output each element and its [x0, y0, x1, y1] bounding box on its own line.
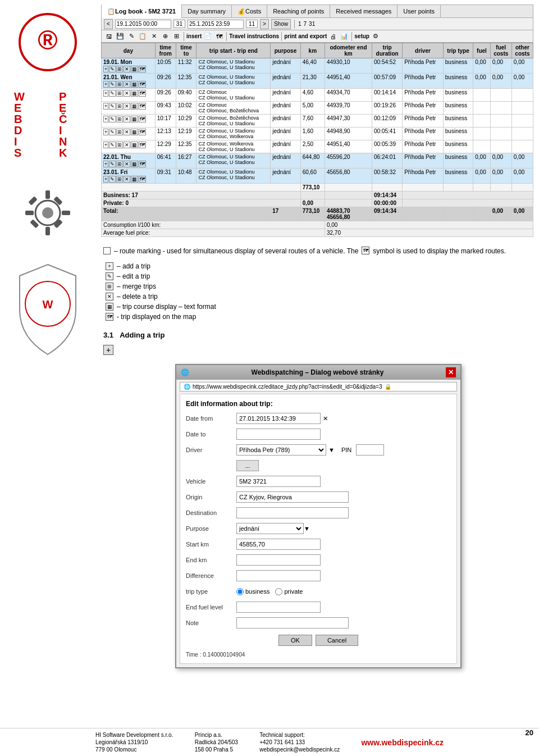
- destination-label: Destination: [186, 509, 236, 516]
- add-trip-button[interactable]: +: [103, 345, 113, 355]
- total-label: Total:: [102, 207, 271, 221]
- tab-day-summary[interactable]: Day summary: [182, 4, 232, 18]
- start-km-field[interactable]: [236, 539, 321, 550]
- trip-type-row: trip type business private: [186, 585, 451, 598]
- col-time-from: timefrom: [155, 43, 176, 58]
- date-to-input[interactable]: [188, 20, 244, 29]
- destination-field[interactable]: [236, 507, 349, 518]
- svg-text:W: W: [43, 298, 53, 311]
- dialog-box: 🌐 Webdispatching – Dialog webové stránky…: [175, 364, 462, 668]
- edit-icon: ✎: [106, 272, 113, 280]
- list-item-course: ▦ – trip course display – text format: [106, 303, 533, 311]
- col-fuel: fuel: [473, 43, 490, 58]
- purpose-row: Purpose jednání ▼: [186, 522, 451, 535]
- toolbar-icon-1[interactable]: 🖫: [104, 31, 114, 42]
- tab-costs[interactable]: 💰 Costs: [232, 4, 267, 18]
- purpose-select[interactable]: jednání: [236, 523, 304, 534]
- toolbar-icon-4[interactable]: 📋: [138, 31, 148, 42]
- dots-button[interactable]: ...: [236, 460, 259, 471]
- pin-label: PIN: [341, 447, 351, 453]
- page-number: 20: [526, 728, 533, 737]
- footer-support: Technical support: +420 731 641 133 webd…: [259, 732, 340, 753]
- table-row: 19.01. Mon + ✎ ⊞ ✕ ▦ 🗺 10:0511:32CZ Olom…: [102, 58, 533, 74]
- radio-business-input[interactable]: [236, 588, 244, 595]
- note-field[interactable]: [236, 617, 349, 629]
- col-trip-type: trip type: [443, 43, 473, 58]
- toolbar-icon-9[interactable]: 🗺: [214, 31, 224, 42]
- icon-list: + – add a trip ✎ – edit a trip ⊞ – merge…: [106, 262, 533, 321]
- origin-row: Origin: [186, 491, 451, 503]
- list-item-map: 🗺 - trip displayed on the map: [106, 313, 533, 321]
- print-icon[interactable]: 🖨: [328, 31, 338, 42]
- end-fuel-label: End fuel level: [186, 604, 236, 611]
- cell-day: 23.01. Fri + ✎ ⊞ ✕ ▦ 🗺: [102, 168, 156, 184]
- date-to-field[interactable]: [236, 429, 321, 440]
- export-icon[interactable]: 📊: [339, 31, 349, 42]
- trip-type-label: trip type: [186, 588, 236, 595]
- table-row: 22.01. Thu + ✎ ⊞ ✕ ▦ 🗺 06:4116:27CZ Olom…: [102, 153, 533, 168]
- radio-private-label: private: [284, 588, 303, 595]
- destination-row: Destination: [186, 507, 451, 519]
- dots-row: ...: [186, 459, 451, 472]
- setup-icon[interactable]: ⚙: [371, 31, 381, 42]
- private-km: 0,00: [300, 199, 325, 207]
- toolbar-icon-3[interactable]: ✎: [126, 31, 136, 42]
- toolbar-icon-5[interactable]: ✕: [149, 31, 159, 42]
- toolbar-icon-6[interactable]: ⊕: [160, 31, 170, 42]
- day-icon-badge: 11: [246, 20, 258, 28]
- difference-field[interactable]: [236, 570, 321, 581]
- svg-text:D: D: [14, 124, 22, 136]
- tab-user-points[interactable]: User points: [398, 4, 441, 18]
- prev-button[interactable]: <: [104, 19, 113, 29]
- table-row: + ✎ ⊞ ✕ ▦ 🗺 12:1312:19CZ Olomouc, U Stad…: [102, 127, 533, 140]
- next-button[interactable]: >: [260, 19, 269, 29]
- radio-private: private: [275, 588, 303, 595]
- svg-point-15: [42, 207, 53, 218]
- date-from-input[interactable]: [115, 20, 171, 29]
- toolbar-icon-2[interactable]: 💾: [115, 31, 125, 42]
- toolbar-icon-7[interactable]: ⊞: [171, 31, 181, 42]
- cell-day: + ✎ ⊞ ✕ ▦ 🗺: [102, 140, 156, 153]
- vehicle-field[interactable]: [236, 476, 321, 487]
- dialog-footer: OK Cancel: [186, 635, 451, 648]
- page-31: 31: [309, 21, 315, 27]
- radio-private-input[interactable]: [275, 588, 282, 595]
- toolbar-icon-8[interactable]: 📄: [203, 31, 213, 42]
- date-from-clear[interactable]: ✕: [323, 415, 328, 422]
- date-from-field[interactable]: [236, 413, 321, 424]
- tab-logbook[interactable]: 📋 Log book - 5M2 3721: [102, 4, 182, 18]
- pin-input[interactable]: [356, 444, 384, 456]
- page-7: 7: [304, 21, 307, 27]
- svg-text:®: ®: [38, 25, 57, 55]
- time-info: Time : 0.140000104904: [186, 652, 451, 658]
- svg-text:B: B: [14, 113, 22, 125]
- dialog-title-icon: 🌐: [181, 368, 189, 376]
- radio-business: business: [236, 588, 270, 595]
- end-km-row: End km: [186, 554, 451, 566]
- start-km-row: Start km: [186, 538, 451, 550]
- date-from-label: Date from: [186, 415, 236, 422]
- origin-field[interactable]: [236, 491, 349, 503]
- consumption-label: Consumption l/100 km:: [102, 221, 325, 229]
- ok-button[interactable]: OK: [278, 635, 312, 646]
- svg-text:S: S: [14, 147, 21, 159]
- total-odometer: 44883,7045656,80: [325, 207, 372, 221]
- dialog-close-button[interactable]: ✕: [446, 367, 456, 377]
- end-km-field[interactable]: [236, 554, 321, 566]
- table-row: + ✎ ⊞ ✕ ▦ 🗺 09:4310:02CZ OlomoucCZ Olomo…: [102, 102, 533, 115]
- show-button[interactable]: Show: [271, 19, 291, 29]
- business-duration: 09:14:34: [372, 192, 403, 199]
- table-row: + ✎ ⊞ ✕ ▦ 🗺 10:1710:29CZ Olomouc, Božetě…: [102, 115, 533, 127]
- page-footer: 20 HI Software Development s.r.o. Legion…: [0, 728, 539, 756]
- insert-label: insert: [186, 33, 202, 39]
- footer-brand: www.webdispecink.cz: [361, 738, 444, 747]
- tab-received[interactable]: Received messages: [330, 4, 398, 18]
- separator3: [226, 32, 227, 41]
- tab-reaching[interactable]: Reaching of points: [267, 4, 330, 18]
- end-fuel-field[interactable]: [236, 602, 321, 613]
- date-to-row: Date to: [186, 428, 451, 440]
- cancel-button[interactable]: Cancel: [316, 635, 358, 646]
- col-km: km: [300, 43, 325, 58]
- description-section: – route marking - used for simultaneous …: [101, 246, 533, 668]
- driver-select[interactable]: Příhoda Petr (789): [236, 444, 326, 456]
